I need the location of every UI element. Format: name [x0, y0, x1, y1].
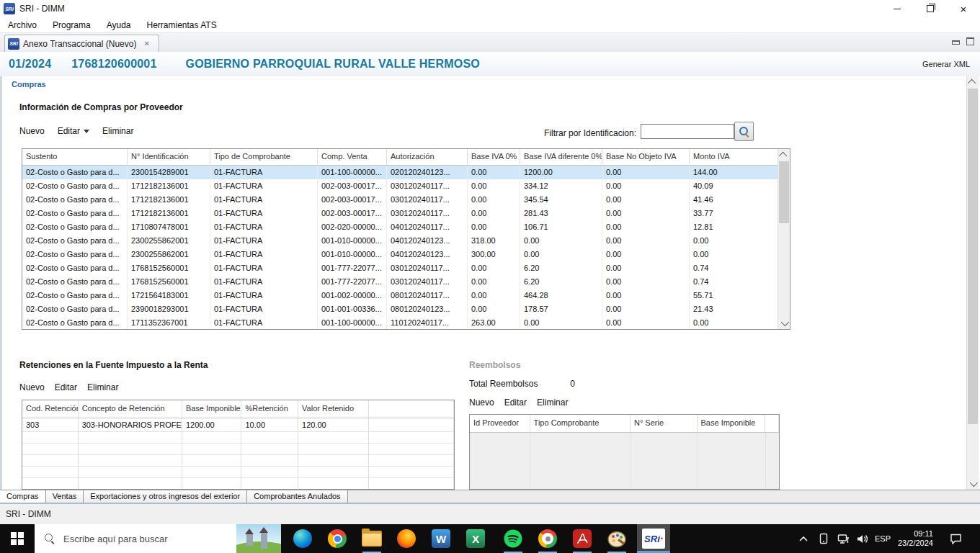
generar-xml-link[interactable]: Generar XML [922, 60, 970, 68]
table-cell: 110120240117... [387, 316, 468, 330]
table-row[interactable]: 02-Costo o Gasto para d...17113523670010… [22, 316, 790, 330]
taskbar-spotify[interactable] [496, 524, 530, 553]
table-row[interactable] [22, 467, 454, 478]
reembolsos-eliminar-button[interactable]: Eliminar [537, 397, 568, 408]
column-header[interactable]: Valor Retenido [298, 400, 369, 418]
tab-close-icon[interactable]: ✕ [141, 38, 152, 49]
menu-archivo[interactable]: Archivo [0, 20, 45, 30]
column-header[interactable]: Sustento [22, 149, 128, 165]
tray-volume[interactable] [856, 524, 875, 553]
tray-device[interactable] [819, 524, 836, 553]
column-header[interactable]: Concepto de Retención [79, 400, 182, 418]
table-row[interactable]: 02-Costo o Gasto para d...17681525600010… [22, 275, 790, 289]
tray-language[interactable]: ESP [875, 524, 896, 553]
tab-ventas[interactable]: Ventas [46, 490, 84, 503]
column-header[interactable]: Base IVA 0% [468, 149, 520, 165]
column-header[interactable]: Id Proveedor [470, 415, 530, 432]
tab-anexo-transaccional[interactable]: SRi Anexo Transaccional (Nuevo) ✕ [4, 35, 159, 52]
table-row[interactable]: 02-Costo o Gasto para d...17681525600010… [22, 261, 790, 275]
column-header[interactable]: Base No Objeto IVA [602, 149, 690, 165]
filter-input[interactable] [641, 124, 734, 139]
column-header[interactable]: %Retención [241, 400, 298, 418]
column-header[interactable] [765, 415, 779, 432]
column-header[interactable]: Base Imponible [182, 400, 242, 418]
tray-action-center[interactable] [950, 524, 970, 553]
scrollbar-thumb[interactable] [779, 161, 789, 223]
column-header[interactable]: Tipo de Comprobante [210, 149, 318, 165]
view-minimize-icon[interactable] [951, 37, 960, 45]
taskbar-sri-dimm[interactable]: SRi• [637, 524, 670, 553]
table-row[interactable] [22, 455, 454, 467]
table-row[interactable]: 303303-HONORARIOS PROFESIO...1200.0010.0… [22, 418, 454, 432]
table-row[interactable]: 02-Costo o Gasto para d...17215641830010… [22, 289, 790, 302]
form-scrollbar[interactable] [966, 76, 979, 490]
column-header[interactable]: Comp. Venta [318, 149, 387, 165]
reembolsos-editar-button[interactable]: Editar [504, 397, 527, 408]
compras-eliminar-button[interactable]: Eliminar [102, 126, 133, 136]
filter-search-button[interactable] [734, 122, 754, 141]
column-header[interactable]: Base Imponible [698, 415, 766, 432]
taskbar-word[interactable]: W [424, 524, 458, 553]
restore-button[interactable] [914, 0, 947, 17]
taskbar-chrome[interactable] [320, 524, 355, 553]
compras-editar-button[interactable]: Editar [58, 126, 89, 136]
compras-table-scrollbar[interactable] [778, 149, 790, 329]
close-button[interactable]: × [947, 0, 980, 17]
column-header[interactable]: N° Identificación [128, 149, 210, 165]
menu-herramientas-ats[interactable]: Herramientas ATS [139, 20, 225, 30]
taskbar-excel[interactable]: X [458, 524, 493, 553]
scroll-down-icon[interactable] [967, 478, 979, 490]
scroll-down-icon[interactable] [778, 318, 790, 329]
table-cell: 6.20 [520, 275, 602, 289]
table-row[interactable]: 02-Costo o Gasto para d...17121821360010… [22, 193, 790, 207]
view-maximize-icon[interactable] [966, 37, 974, 45]
scroll-up-icon[interactable] [778, 149, 790, 161]
table-row[interactable]: 02-Costo o Gasto para d...23001542890010… [22, 166, 790, 179]
retenciones-editar-button[interactable]: Editar [55, 382, 77, 392]
table-row[interactable] [22, 432, 454, 444]
tab-compras[interactable]: Compras [0, 490, 46, 503]
column-header[interactable]: Cod. Retención [22, 400, 79, 418]
column-header[interactable]: Autorización [387, 149, 468, 165]
taskbar-edge[interactable] [285, 524, 320, 553]
taskbar-firefox[interactable] [389, 524, 424, 553]
table-row[interactable]: 02-Costo o Gasto para d...23002558620010… [22, 234, 790, 248]
reembolsos-nuevo-button[interactable]: Nuevo [469, 397, 494, 408]
menu-programa[interactable]: Programa [45, 20, 99, 30]
retenciones-eliminar-button[interactable]: Eliminar [87, 382, 118, 392]
search-highlight-image[interactable] [236, 524, 281, 553]
scrollbar-thumb[interactable] [968, 89, 978, 424]
column-header[interactable]: N° Serie [631, 415, 698, 432]
column-header[interactable]: Monto IVA [690, 149, 779, 165]
start-button[interactable] [0, 524, 35, 553]
tray-clock[interactable]: 09:11 23/2/2024 [898, 524, 945, 553]
table-row[interactable]: 02-Costo o Gasto para d...17121821360010… [22, 207, 790, 220]
taskbar-search[interactable] [35, 524, 281, 553]
taskbar-file-explorer[interactable] [355, 524, 389, 553]
table-row[interactable] [22, 444, 454, 455]
table-row[interactable]: 02-Costo o Gasto para d...23002558620010… [22, 248, 790, 261]
column-header[interactable] [369, 400, 454, 418]
tray-chevron[interactable] [798, 524, 816, 553]
search-input[interactable] [62, 533, 236, 545]
table-cell: 01-FACTURA [210, 316, 318, 330]
column-header[interactable]: Base IVA diferente 0% [520, 149, 602, 165]
tab-comprobantes-anulados[interactable]: Comprobantes Anulados [247, 490, 347, 503]
table-cell: 0.00 [602, 166, 690, 179]
retenciones-nuevo-button[interactable]: Nuevo [19, 382, 45, 392]
tray-network[interactable] [837, 524, 855, 553]
taskbar-chrome-app[interactable] [530, 524, 565, 553]
taskbar-acrobat[interactable] [565, 524, 600, 553]
table-cell: 02-Costo o Gasto para d... [22, 275, 128, 289]
taskbar-paint[interactable] [600, 524, 634, 553]
tab-exportaciones[interactable]: Exportaciones y otros ingresos del exter… [84, 490, 247, 503]
menu-ayuda[interactable]: Ayuda [99, 20, 139, 30]
column-header[interactable]: Tipo Comprobante [530, 415, 631, 432]
table-row[interactable]: 02-Costo o Gasto para d...17121821360010… [22, 179, 790, 193]
scroll-up-icon[interactable] [967, 76, 979, 88]
minimize-button[interactable] [881, 0, 914, 17]
table-row[interactable] [22, 478, 454, 490]
compras-nuevo-button[interactable]: Nuevo [19, 126, 45, 136]
table-row[interactable]: 02-Costo o Gasto para d...23900182930010… [22, 302, 790, 316]
table-row[interactable]: 02-Costo o Gasto para d...17108074780010… [22, 220, 790, 234]
